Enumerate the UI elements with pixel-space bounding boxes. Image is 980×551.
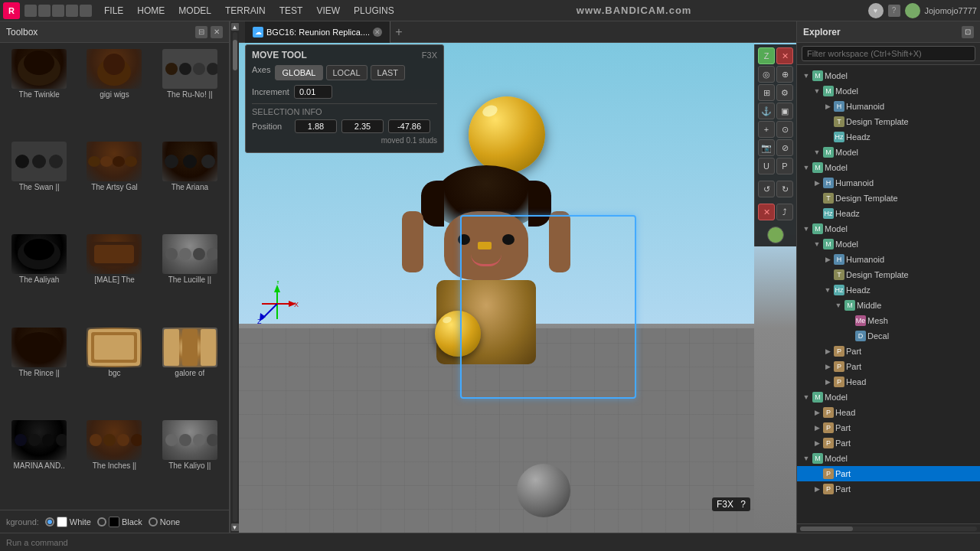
axis-global-btn[interactable]: GLOBAL <box>275 65 322 80</box>
command-input[interactable] <box>6 538 974 547</box>
radio-white[interactable] <box>45 517 54 527</box>
tree-row[interactable]: ▶PPart <box>797 420 980 435</box>
tree-row[interactable]: ▶PPart <box>797 359 980 374</box>
redo-btn[interactable]: ↻ <box>776 181 793 197</box>
radio-none[interactable] <box>149 517 158 527</box>
list-item[interactable]: The Kaliyo || <box>154 417 226 507</box>
p-tool-btn[interactable]: P <box>776 158 793 174</box>
menu-view[interactable]: VIEW <box>310 4 346 18</box>
list-item[interactable]: MARINA AND.. <box>3 417 75 507</box>
list-item[interactable]: The Inches || <box>78 417 150 507</box>
tree-expand-arrow[interactable]: ▼ <box>802 224 811 233</box>
tree-expand-arrow[interactable]: ▶ <box>823 362 832 371</box>
bg-black-option[interactable]: Black <box>97 517 142 527</box>
tree-expand-arrow[interactable]: ▼ <box>834 301 843 310</box>
tree-row[interactable]: ▶PPart <box>797 344 980 359</box>
tree-row[interactable]: ▼MModel <box>797 160 980 175</box>
tree-row[interactable]: ▶HHumanoid <box>797 175 980 191</box>
k-tool-btn[interactable]: ▣ <box>776 103 793 119</box>
tree-row[interactable]: ▶PHead <box>797 405 980 420</box>
tree-expand-arrow[interactable]: ▼ <box>802 163 811 172</box>
tree-expand-arrow[interactable]: ▼ <box>823 285 832 295</box>
filter-input[interactable] <box>802 46 975 61</box>
tree-expand-arrow[interactable]: ▼ <box>802 454 811 463</box>
v-tool-btn[interactable]: ⊕ <box>776 66 793 83</box>
tree-expand-arrow[interactable]: ▼ <box>802 393 811 402</box>
tree-row[interactable]: ▶HHumanoid <box>797 99 980 114</box>
tree-expand-arrow[interactable]: ▶ <box>812 439 822 448</box>
m-tool-btn[interactable]: ⚓ <box>758 103 775 119</box>
undo-btn[interactable]: ↺ <box>758 181 775 197</box>
list-item[interactable]: The Ariana <box>154 139 226 228</box>
extra-btn[interactable] <box>767 227 784 243</box>
toolbox-close-icon[interactable]: ✕ <box>211 26 223 38</box>
increment-input[interactable]: 0.01 <box>294 85 332 99</box>
tree-expand-arrow[interactable]: ▼ <box>812 148 822 157</box>
scroll-down-arrow[interactable]: ▼ <box>231 523 239 531</box>
menu-plugins[interactable]: PLUGINS <box>348 4 400 18</box>
tree-row[interactable]: ▼MModel <box>797 451 980 466</box>
tree-row[interactable]: MeMesh <box>797 313 980 328</box>
tree-expand-arrow[interactable]: ▶ <box>812 178 822 187</box>
list-item[interactable]: The Lucille || <box>154 231 226 321</box>
list-item[interactable]: gigi wigs <box>78 46 150 135</box>
menu-file[interactable]: FILE <box>98 4 129 18</box>
tree-row[interactable]: ▼MModel <box>797 68 980 83</box>
b-tool-btn[interactable]: ⊞ <box>758 84 775 101</box>
bg-white-option[interactable]: White <box>45 517 91 527</box>
tree-row[interactable]: ▶PHead <box>797 374 980 390</box>
pos-x-input[interactable] <box>295 119 337 133</box>
tree-row[interactable]: ▶PPart <box>797 481 980 497</box>
toolbox-expand-icon[interactable]: ⊟ <box>195 26 207 38</box>
new-tab-button[interactable]: + <box>390 22 407 42</box>
list-item[interactable]: The Artsy Gal <box>78 139 150 228</box>
list-item[interactable]: [MALE] The <box>78 231 150 321</box>
tree-expand-arrow[interactable]: ▼ <box>812 86 822 96</box>
scroll-thumb[interactable] <box>233 40 237 70</box>
n-tool-btn[interactable]: ⚙ <box>776 84 793 101</box>
tree-row[interactable]: TDesign Template <box>797 191 980 206</box>
list-item[interactable]: The Aaliyah <box>3 231 75 321</box>
tree-row[interactable]: TDesign Template <box>797 114 980 129</box>
tree-row[interactable]: ▶HHumanoid <box>797 252 980 267</box>
x-tool-btn[interactable]: ✕ <box>776 47 793 64</box>
tree-row[interactable]: ▼MModel <box>797 145 980 160</box>
tab-close-button[interactable]: ✕ <box>373 28 382 37</box>
pos-y-input[interactable] <box>341 119 384 133</box>
list-item[interactable]: The Twinkle <box>3 46 75 135</box>
list-item[interactable]: The Ru-No! || <box>154 46 226 135</box>
delete-btn[interactable]: ✕ <box>758 204 775 220</box>
tree-row[interactable]: ▼HzHeadz <box>797 282 980 298</box>
tree-row[interactable]: ▼MModel <box>797 236 980 252</box>
tree-expand-arrow[interactable]: ▶ <box>812 484 822 494</box>
tree-row[interactable]: ▶PPart <box>797 435 980 451</box>
tree-expand-arrow[interactable]: ▼ <box>802 71 811 80</box>
axis-local-btn[interactable]: LOCAL <box>326 65 368 80</box>
h-tool-btn[interactable]: ⊙ <box>776 121 793 138</box>
bg-none-option[interactable]: None <box>149 517 180 527</box>
toolbox-scrollbar[interactable]: ▲ ▼ <box>230 21 239 533</box>
tree-expand-arrow[interactable]: ▶ <box>823 377 832 386</box>
tree-row[interactable]: TDesign Template <box>797 267 980 282</box>
menu-home[interactable]: HOME <box>131 4 171 18</box>
camera-btn[interactable]: 📷 <box>758 139 775 156</box>
list-item[interactable]: galore of <box>154 324 226 414</box>
tree-expand-arrow[interactable]: ▶ <box>823 347 832 356</box>
menu-model[interactable]: MODEL <box>172 4 217 18</box>
tree-row[interactable]: ▼MModel <box>797 390 980 405</box>
help-btn[interactable]: ? <box>740 499 746 510</box>
menu-test[interactable]: TEST <box>273 4 309 18</box>
z-tool-btn[interactable]: Z <box>758 47 775 64</box>
explorer-expand-icon[interactable]: ⊡ <box>962 26 974 38</box>
u-tool-btn[interactable]: U <box>758 158 775 174</box>
plus-tool-btn[interactable]: + <box>758 121 775 138</box>
tree-row[interactable]: PPart <box>797 466 980 481</box>
tree-expand-arrow[interactable]: ▼ <box>812 240 822 249</box>
menu-terrain[interactable]: TERRAIN <box>219 4 272 18</box>
tree-row[interactable]: ▼MModel <box>797 83 980 99</box>
tree-row[interactable]: ▼MModel <box>797 221 980 236</box>
tree-expand-arrow[interactable]: ▶ <box>812 408 822 417</box>
tree-expand-arrow[interactable]: ▶ <box>823 255 832 264</box>
pos-z-input[interactable] <box>388 119 430 133</box>
list-item[interactable]: The Swan || <box>3 139 75 228</box>
